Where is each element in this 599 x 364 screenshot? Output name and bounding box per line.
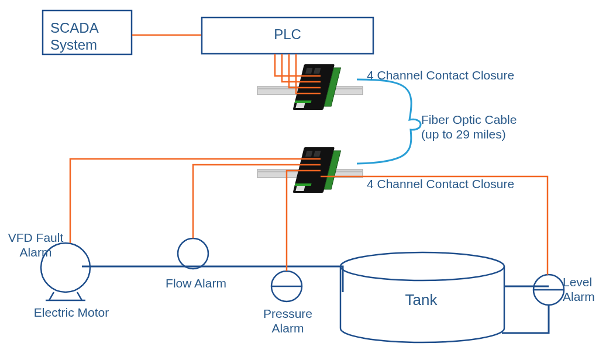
contact-closure-bottom-label: 4 Channel Contact Closure bbox=[367, 176, 536, 191]
scada-label: SCADA System bbox=[50, 20, 124, 54]
svg-rect-8 bbox=[295, 100, 312, 103]
vfd-label: VFD Fault Alarm bbox=[4, 230, 68, 259]
level-alarm-label: Level Alarm bbox=[563, 275, 599, 304]
fiber-cable bbox=[357, 79, 421, 164]
pressure-alarm-label: Pressure Alarm bbox=[253, 306, 323, 335]
tank-to-level-bot bbox=[502, 305, 549, 333]
tank-label: Tank bbox=[374, 291, 468, 309]
svg-rect-16 bbox=[295, 186, 305, 191]
flow-alarm-label: Flow Alarm bbox=[158, 276, 234, 290]
plc-label: PLC bbox=[202, 26, 373, 43]
svg-point-20 bbox=[340, 252, 504, 280]
svg-rect-7 bbox=[295, 103, 305, 108]
pressure-alarm bbox=[271, 271, 302, 301]
motor-label: Electric Motor bbox=[25, 305, 118, 320]
contact-closure-top-label: 4 Channel Contact Closure bbox=[367, 68, 536, 82]
svg-rect-17 bbox=[295, 183, 312, 186]
fiber-label: Fiber Optic Cable (up to 29 miles) bbox=[421, 112, 556, 141]
level-alarm bbox=[533, 275, 564, 305]
flow-alarm bbox=[178, 238, 208, 269]
